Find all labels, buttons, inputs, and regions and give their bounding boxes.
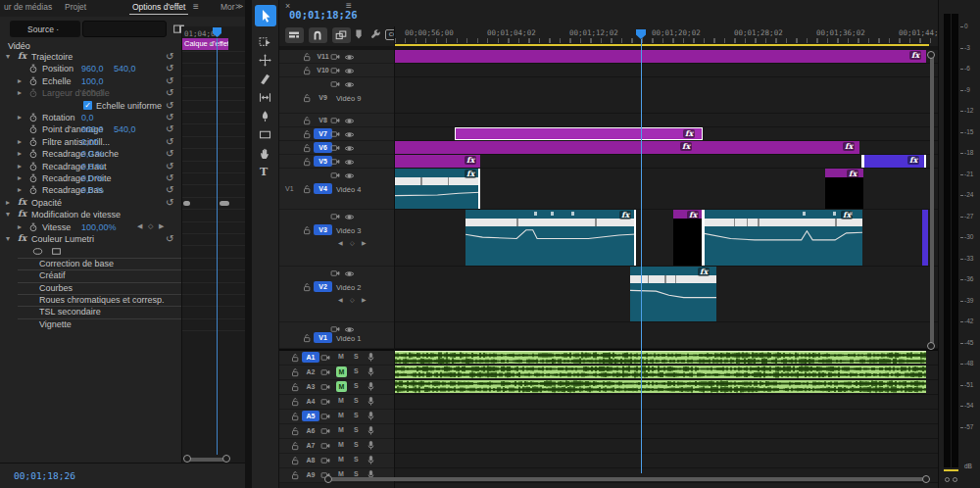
ripple-edit-tool[interactable]	[259, 54, 272, 68]
lock-open-icon[interactable]	[302, 157, 312, 167]
mic-icon[interactable]	[366, 411, 376, 421]
keyframe-pill[interactable]	[220, 201, 229, 206]
ellipse-mask-icon[interactable]	[32, 246, 43, 257]
lock-open-icon[interactable]	[290, 353, 300, 363]
lock-open-icon[interactable]	[290, 426, 300, 436]
clip-v4[interactable]: fx	[395, 169, 480, 209]
sync-lock-icon[interactable]	[320, 456, 330, 465]
sync-lock-icon[interactable]	[320, 412, 330, 421]
razor-tool[interactable]	[259, 73, 272, 86]
lock-open-icon[interactable]	[302, 129, 312, 139]
mute-button[interactable]: M	[338, 441, 344, 448]
mic-icon[interactable]	[366, 396, 376, 407]
sync-lock-icon[interactable]	[320, 367, 330, 377]
sync-lock-icon[interactable]	[330, 157, 340, 167]
effect-row-roues-chromatiques-et-corresp-[interactable]: Roues chromatiques et corresp.	[0, 294, 181, 306]
track-target-button[interactable]: A3	[302, 381, 319, 392]
solo-button[interactable]: S	[354, 367, 359, 374]
clip-v5[interactable]: fx	[861, 155, 926, 168]
trim-handle[interactable]	[861, 155, 864, 168]
track-header-a3[interactable]: A3MS	[279, 380, 395, 395]
filter-funnel-icon[interactable]: undefined	[188, 470, 200, 482]
solo-button[interactable]: S	[354, 426, 359, 433]
eye-icon[interactable]	[344, 171, 355, 181]
param-value[interactable]: 0,0 %	[81, 185, 104, 195]
twirl-closed-icon[interactable]: ▸	[18, 173, 22, 182]
add-marker-button[interactable]	[353, 28, 367, 42]
lock-open-icon[interactable]	[290, 367, 300, 377]
stopwatch-icon[interactable]	[28, 185, 38, 195]
pen-mask-icon[interactable]: undefined	[67, 246, 77, 257]
lock-open-icon[interactable]	[302, 333, 312, 343]
stopwatch-icon[interactable]	[28, 113, 38, 122]
stopwatch-icon[interactable]	[28, 88, 38, 98]
param-value[interactable]: 100,0	[81, 88, 104, 98]
next-keyframe-icon[interactable]: ▶	[362, 296, 367, 303]
eye-icon[interactable]	[344, 79, 355, 90]
solo-link-handle[interactable]	[945, 477, 950, 482]
sync-lock-icon[interactable]	[330, 143, 340, 153]
stopwatch-icon[interactable]	[28, 222, 38, 232]
lock-open-icon[interactable]	[302, 93, 312, 103]
rect-mask-icon[interactable]	[51, 246, 62, 257]
effect-row-echelle-uniforme[interactable]: ✓Echelle uniforme↺	[0, 100, 181, 112]
audio-clip-a1[interactable]	[395, 351, 926, 364]
twirl-closed-icon[interactable]: ▸	[18, 137, 22, 146]
twirl-closed-icon[interactable]: ▸	[6, 198, 10, 207]
reset-param-icon[interactable]: ↺	[166, 136, 173, 147]
track-header-a1[interactable]: A1MS	[279, 351, 395, 366]
vertical-scrollbar[interactable]	[930, 56, 934, 344]
track-select-forward-tool[interactable]	[259, 35, 272, 49]
effect-row-correction-de-base[interactable]: Correction de base	[0, 258, 181, 269]
sync-lock-icon[interactable]	[330, 171, 340, 180]
eye-icon[interactable]	[344, 143, 355, 154]
lock-open-icon[interactable]	[290, 412, 300, 421]
twirl-closed-icon[interactable]: ▸	[18, 149, 22, 158]
collapse-icon[interactable]: ▲	[208, 40, 214, 46]
keyframe-pill[interactable]	[183, 201, 190, 206]
stopwatch-icon[interactable]	[28, 173, 38, 183]
add-keyframe-icon[interactable]: ◇	[148, 222, 153, 230]
zoom-handle[interactable]	[183, 455, 191, 463]
hand-tool[interactable]	[259, 147, 272, 161]
track-name-label[interactable]: Vidéo 3	[336, 226, 361, 235]
sync-lock-icon[interactable]	[330, 212, 340, 221]
track-header-v2[interactable]: V2Vidéo 2◀◇▶	[279, 267, 395, 322]
track-header-a5[interactable]: A5MS	[279, 410, 395, 424]
param-value[interactable]: 960,0	[81, 64, 104, 73]
track-header-v9[interactable]: V9Vidéo 9	[279, 77, 395, 114]
type-tool[interactable]: T	[260, 166, 268, 178]
trim-handle[interactable]	[702, 210, 705, 266]
eye-icon[interactable]	[344, 66, 355, 76]
effect-row-cr-atif[interactable]: Créatif	[0, 269, 181, 281]
playhead-timecode[interactable]: 00;01;18;26	[14, 470, 75, 481]
param-value[interactable]: 540,0	[114, 124, 136, 134]
mic-icon[interactable]	[366, 366, 376, 377]
play-audio-icon[interactable]: undefined	[208, 470, 220, 482]
vertical-scrollbar-handle[interactable]	[927, 51, 935, 59]
audio-clip-a3[interactable]	[395, 380, 926, 393]
next-keyframe-icon[interactable]: ▶	[159, 222, 164, 230]
param-value[interactable]: 540,0	[114, 64, 136, 73]
clip-v11[interactable]: fx	[395, 50, 926, 63]
track-header-v7[interactable]: V7	[279, 127, 395, 141]
mute-button[interactable]: M	[338, 353, 344, 360]
reset-param-icon[interactable]: ↺	[166, 51, 173, 62]
mute-button[interactable]: M	[338, 470, 344, 477]
vertical-scrollbar-handle[interactable]	[927, 342, 935, 350]
clip-v6[interactable]: fx	[395, 141, 698, 154]
effect-row-couleur-lumetri[interactable]: ▾fxCouleur Lumetri↺	[0, 233, 181, 245]
clip-v5[interactable]: fx	[395, 155, 480, 168]
param-value[interactable]: 0,0 %	[81, 162, 104, 171]
uniform-scale-checkbox[interactable]: ✓	[83, 101, 92, 110]
effect-row-position[interactable]: Position960,0540,0↺	[0, 63, 181, 74]
solo-button[interactable]: S	[354, 353, 359, 360]
eye-icon[interactable]	[344, 129, 355, 140]
timeline-settings-wrench[interactable]	[369, 28, 383, 42]
track-header-v10[interactable]: V10	[279, 64, 395, 77]
twirl-open-icon[interactable]: ▾	[6, 210, 10, 219]
selection-tool[interactable]	[255, 5, 276, 26]
track-target-button[interactable]: A9	[302, 469, 319, 480]
reset-param-icon[interactable]: ↺	[166, 87, 173, 98]
reset-param-icon[interactable]: ↺	[166, 172, 173, 183]
